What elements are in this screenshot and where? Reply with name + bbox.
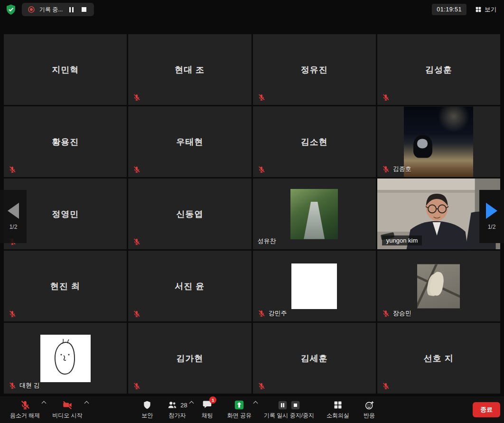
- breakout-rooms-label: 소회의실: [327, 412, 349, 420]
- muted-mic-icon: [9, 310, 16, 318]
- muted-mic-icon: [9, 166, 16, 173]
- tile-status-bar: [133, 94, 140, 101]
- unmute-button[interactable]: 음소거 해제: [4, 397, 46, 422]
- page-indicator: 1/2: [9, 224, 18, 230]
- participant-name-bottom: 대현 김: [19, 381, 40, 390]
- security-button[interactable]: 보안: [133, 397, 161, 422]
- view-button[interactable]: 보기: [472, 4, 499, 16]
- chat-button[interactable]: 1 채팅: [194, 397, 221, 422]
- start-video-button[interactable]: 비디오 시작: [46, 397, 88, 422]
- share-screen-label: 화면 공유: [227, 412, 252, 420]
- camera-muted-icon: [62, 400, 73, 410]
- muted-mic-icon: [133, 310, 140, 318]
- participants-icon: [167, 400, 177, 410]
- chevron-left-icon: [8, 203, 19, 219]
- participant-tile[interactable]: 선호 지: [377, 323, 500, 394]
- participant-grid: 지민혁 현대 조 정유진 김성훈: [4, 34, 500, 394]
- pause-recording-button[interactable]: [67, 5, 75, 14]
- participant-tile[interactable]: 신동엽: [128, 179, 251, 249]
- participant-name-center: 정유진: [253, 34, 376, 105]
- shield-icon: [142, 400, 152, 410]
- muted-mic-icon: [258, 166, 265, 173]
- participant-tile[interactable]: 장승민: [377, 251, 500, 321]
- chevron-up-icon[interactable]: [42, 401, 47, 406]
- muted-mic-icon: [133, 94, 140, 101]
- tile-status-bar: 대현 김: [9, 381, 40, 390]
- page-indicator: 1/2: [488, 224, 496, 230]
- breakout-rooms-icon: [333, 400, 343, 410]
- end-button[interactable]: 종료: [473, 402, 500, 417]
- participant-tile[interactable]: 지민혁: [4, 34, 127, 105]
- muted-mic-icon: [258, 310, 265, 317]
- chevron-up-icon[interactable]: [189, 401, 194, 406]
- reactions-icon: [364, 400, 374, 410]
- participant-tile[interactable]: 성유찬: [253, 179, 376, 249]
- reactions-button[interactable]: 반응: [355, 397, 383, 422]
- next-page-button[interactable]: 1/2: [479, 190, 504, 243]
- record-control-button[interactable]: 기록 일시 중지/중지: [258, 397, 320, 422]
- participant-tile[interactable]: 김가현: [128, 323, 251, 394]
- mic-muted-icon: [20, 400, 30, 410]
- meeting-toolbar: 음소거 해제 비디오 시작 보안 28 참가자: [0, 396, 504, 423]
- tile-status-bar: [382, 94, 390, 101]
- stop-recording-button[interactable]: [80, 5, 88, 14]
- participant-tile[interactable]: 현진 최: [4, 251, 127, 321]
- muted-mic-icon: [382, 310, 390, 317]
- chevron-up-icon[interactable]: [253, 401, 258, 406]
- participant-tile[interactable]: 정유진: [253, 34, 376, 105]
- participant-name-center: 황용진: [4, 106, 127, 177]
- tile-status-bar: [258, 166, 265, 173]
- breakout-rooms-button[interactable]: 소회의실: [320, 397, 355, 422]
- participant-tile[interactable]: 대현 김: [4, 323, 127, 394]
- tile-status-bar: [133, 166, 140, 173]
- prev-page-button[interactable]: 1/2: [0, 190, 27, 243]
- participant-tile[interactable]: 황용진: [4, 106, 127, 177]
- record-dot-icon: [28, 6, 35, 13]
- security-shield-icon[interactable]: [5, 3, 17, 16]
- participant-tile[interactable]: 김성훈: [377, 34, 500, 105]
- security-label: 보안: [141, 412, 153, 420]
- muted-mic-icon: [133, 382, 140, 390]
- record-control-label: 기록 일시 중지/중지: [264, 412, 314, 420]
- unmute-label: 음소거 해제: [10, 412, 40, 420]
- chat-label: 채팅: [202, 412, 213, 420]
- chevron-up-icon[interactable]: [84, 401, 89, 406]
- share-screen-icon: [234, 400, 244, 410]
- muted-mic-icon: [382, 165, 390, 173]
- participants-label: 참가자: [168, 412, 186, 420]
- pause-icon: [69, 7, 74, 12]
- video-thumbnail: [291, 263, 337, 309]
- participant-name-center: 김세훈: [253, 323, 376, 394]
- participant-name-center: 서진 윤: [128, 251, 251, 321]
- video-thumbnail: [417, 264, 460, 308]
- participant-name-bottom: yungon kim: [382, 235, 422, 245]
- participant-name-center: 김소현: [253, 106, 376, 177]
- share-screen-button[interactable]: 화면 공유: [221, 397, 258, 422]
- muted-mic-icon: [133, 238, 140, 245]
- tile-status-bar: [9, 166, 16, 173]
- participant-name-center: 선호 지: [377, 323, 500, 394]
- pause-recording-icon[interactable]: [278, 400, 288, 410]
- participant-tile[interactable]: 김세훈: [253, 323, 376, 394]
- participant-tile[interactable]: 김종호: [377, 106, 500, 177]
- participant-tile[interactable]: 김소현: [253, 106, 376, 177]
- participant-tile[interactable]: 우태현: [128, 106, 251, 177]
- tile-status-bar: [133, 238, 140, 245]
- participant-name-center: 지민혁: [4, 34, 127, 105]
- participants-count: 28: [180, 402, 187, 409]
- tile-status-bar: yungon kim: [382, 235, 422, 245]
- stop-recording-icon[interactable]: [290, 400, 300, 410]
- participant-name-center: 우태현: [128, 106, 251, 177]
- muted-mic-icon: [382, 382, 390, 390]
- view-label: 보기: [485, 6, 496, 14]
- video-thumbnail: [290, 189, 338, 239]
- participant-name-center: 현대 조: [128, 34, 251, 105]
- tile-status-bar: 성유찬: [258, 237, 276, 245]
- participants-button[interactable]: 28 참가자: [161, 397, 193, 422]
- participant-tile[interactable]: 서진 윤: [128, 251, 251, 321]
- muted-mic-icon: [382, 94, 390, 101]
- tile-status-bar: [9, 310, 16, 318]
- participant-tile[interactable]: 현대 조: [128, 34, 251, 105]
- muted-mic-icon: [133, 166, 140, 173]
- participant-tile[interactable]: 강민주: [253, 251, 376, 321]
